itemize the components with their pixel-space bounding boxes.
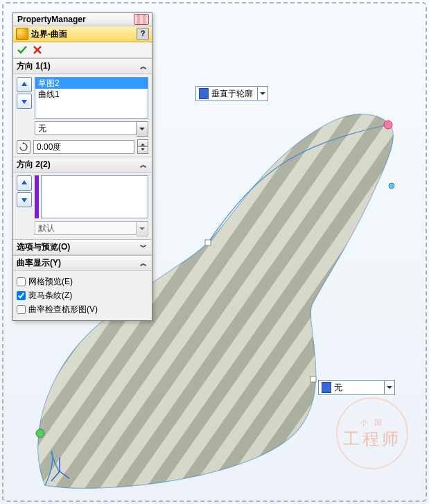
checkbox-label: 曲率检查梳形图(V) [28, 304, 98, 315]
move-down-button[interactable] [17, 94, 32, 109]
move-down-button[interactable] [17, 192, 32, 207]
direction1-list[interactable]: 草图2 曲线1 [35, 77, 148, 119]
mesh-preview-checkbox[interactable]: 网格预览(E) [17, 276, 148, 288]
select-dropdown-button[interactable] [137, 121, 148, 137]
select-value: 无 [35, 121, 137, 135]
confirm-bar [13, 42, 152, 58]
section-direction-1: 方向 1(1) ︽ 草图2 曲线1 [13, 58, 152, 157]
checkbox-label: 斑马条纹(Z) [28, 290, 72, 302]
curvature-comb-checkbox[interactable]: 曲率检查梳形图(V) [17, 304, 148, 315]
section-title: 曲率显示(Y) [17, 257, 139, 269]
boundary-surface-icon [16, 28, 28, 40]
viewport[interactable]: 垂直于轮廓 无 小 国 工程师 PropertyManager 边界-曲面 ? [0, 0, 429, 504]
select-dropdown-button[interactable] [137, 221, 148, 236]
feature-titlebar: 边界-曲面 ? [13, 26, 152, 42]
list-item[interactable]: 曲线1 [35, 89, 148, 100]
callout-label: 无 [334, 382, 384, 394]
angle-spinner [137, 139, 148, 154]
property-manager-panel: PropertyManager 边界-曲面 ? 方向 1(1) ︽ [12, 12, 152, 321]
section-options-preview: 选项与预览(O) ︾ [13, 239, 152, 255]
section-header[interactable]: 方向 2(2) ︽ [13, 157, 152, 173]
section-curvature-display: 曲率显示(Y) ︽ 网格预览(E) 斑马条纹(Z) 曲率检查梳形图(V) [13, 255, 152, 320]
direction2-type-select[interactable]: 默认 [35, 221, 148, 236]
feature-title: 边界-曲面 [31, 28, 137, 40]
svg-point-2 [384, 121, 392, 129]
svg-point-3 [36, 429, 44, 437]
ok-button[interactable] [17, 44, 28, 55]
direction2-list[interactable] [41, 175, 148, 218]
select-value: 默认 [35, 221, 137, 235]
collapse-icon[interactable]: ︽ [139, 259, 148, 268]
cancel-button[interactable] [32, 44, 43, 55]
section-title: 方向 2(2) [17, 159, 139, 171]
callout-label: 垂直于轮廓 [211, 88, 257, 100]
checkbox-label: 网格预览(E) [28, 276, 73, 288]
svg-point-4 [389, 183, 394, 189]
callout-direction-1[interactable]: 垂直于轮廓 [195, 86, 268, 101]
svg-line-9 [51, 471, 60, 481]
spin-up-button[interactable] [137, 139, 148, 147]
direction2-color-indicator [35, 175, 39, 218]
collapse-icon[interactable]: ︽ [139, 160, 148, 170]
move-up-button[interactable] [17, 175, 32, 191]
expand-icon[interactable]: ︾ [139, 243, 148, 252]
callout-dropdown-button[interactable] [257, 87, 268, 100]
rotation-icon [17, 140, 30, 154]
svg-rect-6 [310, 376, 316, 382]
pm-titlebar: PropertyManager [13, 13, 152, 26]
help-button[interactable]: ? [137, 28, 149, 40]
angle-input[interactable]: 0.00度 [33, 140, 134, 154]
watermark: 小 国 工程师 [336, 397, 408, 469]
callout-swatch [199, 88, 209, 99]
svg-rect-5 [205, 240, 211, 245]
callout-direction-2[interactable]: 无 [318, 380, 395, 395]
section-header[interactable]: 方向 1(1) ︽ [13, 59, 152, 74]
pm-title: PropertyManager [16, 14, 131, 25]
checkbox-input[interactable] [17, 277, 26, 286]
section-direction-2: 方向 2(2) ︽ 默认 [13, 157, 152, 239]
callout-swatch [322, 382, 331, 393]
section-header[interactable]: 曲率显示(Y) ︽ [13, 256, 152, 271]
section-title: 选项与预览(O) [17, 241, 139, 253]
callout-dropdown-button[interactable] [384, 381, 394, 394]
svg-line-8 [60, 471, 69, 478]
direction1-type-select[interactable]: 无 [35, 121, 148, 137]
pm-pin-button[interactable] [134, 14, 149, 25]
zebra-stripes-checkbox[interactable]: 斑马条纹(Z) [17, 290, 148, 302]
list-item[interactable]: 草图2 [35, 78, 148, 89]
checkbox-input[interactable] [17, 291, 26, 300]
collapse-icon[interactable]: ︽ [139, 62, 148, 71]
checkbox-input[interactable] [17, 305, 26, 314]
move-up-button[interactable] [17, 77, 32, 92]
spin-down-button[interactable] [137, 147, 148, 154]
section-header[interactable]: 选项与预览(O) ︾ [13, 240, 152, 255]
section-title: 方向 1(1) [17, 60, 139, 72]
